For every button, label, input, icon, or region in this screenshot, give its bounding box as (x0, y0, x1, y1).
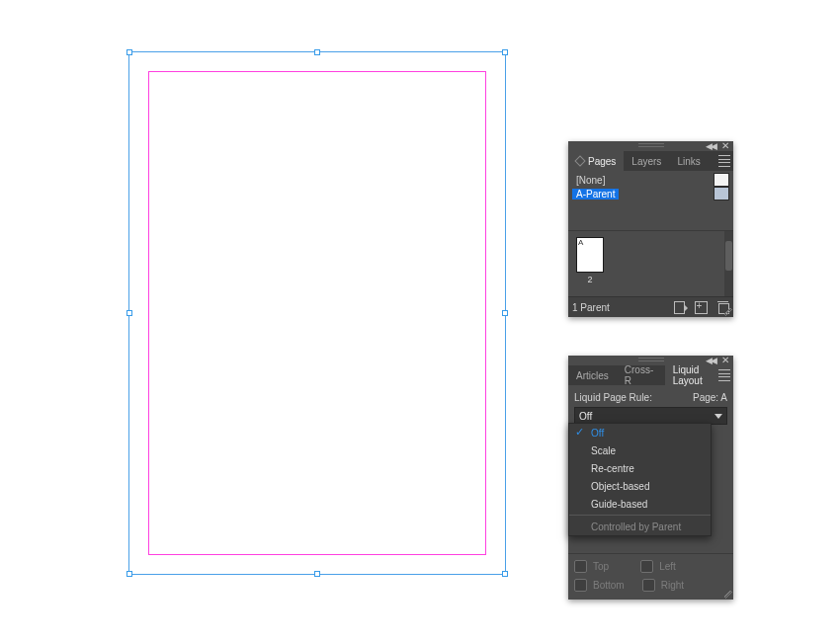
panel-resize-grip-icon[interactable] (724, 591, 732, 599)
liquid-page-label: Page: A (693, 392, 727, 403)
panel-grip-icon (638, 143, 664, 147)
panel-flyout-menu-icon[interactable] (717, 155, 731, 167)
selection-handle-bottom-left[interactable] (126, 571, 132, 577)
option-controlled-label: Controlled by Parent (591, 522, 681, 532)
page-thumb[interactable]: A (576, 237, 604, 273)
option-object-label: Object-based (591, 481, 649, 492)
panel-resize-grip-icon[interactable] (724, 308, 732, 316)
dropdown-option-scale[interactable]: Scale (569, 441, 711, 459)
panel-titlebar[interactable]: ◀◀ ✕ (568, 141, 733, 151)
liquid-rule-select-value: Off (579, 411, 592, 422)
pages-scrollbar[interactable] (724, 231, 733, 296)
selection-bounding-box[interactable] (128, 51, 506, 575)
liquid-tabbar: Articles Cross-R Liquid Layout (568, 365, 733, 385)
tab-links[interactable]: Links (669, 151, 708, 171)
parent-item-a-parent[interactable]: A-Parent (572, 187, 729, 201)
close-panel-icon[interactable]: ✕ (721, 140, 729, 151)
pages-footer-status: 1 Parent (572, 302, 610, 313)
pages-panel: ◀◀ ✕ Pages Layers Links [None] A-Parent … (568, 141, 733, 317)
option-recentre-label: Re-centre (591, 463, 634, 474)
parent-pages-list[interactable]: [None] A-Parent (568, 171, 733, 230)
pin-top-checkbox (574, 560, 587, 573)
pin-bottom: Bottom (574, 579, 625, 592)
page-number-label: 2 (576, 275, 604, 284)
selection-handle-top-right[interactable] (502, 49, 508, 55)
parent-a-label: A-Parent (572, 189, 619, 200)
tab-layers[interactable]: Layers (624, 151, 669, 171)
pin-right-label: Right (661, 580, 684, 591)
liquid-rule-label: Liquid Page Rule: (574, 392, 652, 403)
selection-handle-left[interactable] (126, 310, 132, 316)
pin-left-label: Left (659, 561, 676, 572)
dropdown-option-off[interactable]: ✓ Off (569, 424, 711, 441)
document-pages-list[interactable]: A 2 (568, 231, 733, 296)
parent-a-thumb (714, 187, 729, 201)
dropdown-option-guide-based[interactable]: Guide-based (569, 495, 711, 513)
parent-none-label: [None] (572, 175, 609, 186)
pages-tabbar: Pages Layers Links (568, 151, 733, 171)
option-off-label: Off (591, 428, 604, 439)
pin-left-checkbox (640, 560, 653, 573)
pin-right: Right (642, 579, 684, 592)
tab-cross-references[interactable]: Cross-R (617, 365, 665, 385)
edit-page-size-button[interactable] (672, 300, 686, 314)
pin-top: Top (574, 560, 609, 573)
new-page-button[interactable] (694, 300, 708, 314)
check-icon: ✓ (575, 426, 584, 439)
panel-flyout-menu-icon[interactable] (717, 369, 731, 381)
pages-panel-footer: 1 Parent (568, 296, 733, 317)
tab-articles-label: Articles (576, 370, 609, 381)
chevron-down-icon (714, 414, 722, 419)
pin-top-label: Top (593, 561, 609, 572)
option-guide-label: Guide-based (591, 499, 647, 510)
liquid-rule-dropdown: ✓ Off Scale Re-centre Object-based Guide… (568, 423, 712, 536)
tab-crossr-label: Cross-R (625, 364, 657, 386)
pin-section: Top Left Bottom Right (568, 553, 733, 600)
pages-tab-icon (574, 155, 585, 166)
pin-right-checkbox (642, 579, 655, 592)
selection-handle-right[interactable] (502, 310, 508, 316)
tab-articles[interactable]: Articles (568, 365, 617, 385)
dropdown-option-object-based[interactable]: Object-based (569, 477, 711, 495)
tab-links-label: Links (677, 156, 700, 167)
tab-pages[interactable]: Pages (568, 151, 624, 171)
dropdown-option-recentre[interactable]: Re-centre (569, 459, 711, 477)
tab-pages-label: Pages (588, 156, 616, 167)
parent-item-none[interactable]: [None] (572, 173, 729, 187)
document-canvas[interactable] (128, 51, 506, 575)
selection-handle-bottom[interactable] (314, 571, 320, 577)
collapse-panel-icon[interactable]: ◀◀ (706, 141, 715, 151)
pin-left: Left (640, 560, 676, 573)
selection-handle-bottom-right[interactable] (502, 571, 508, 577)
dropdown-separator (569, 515, 711, 516)
page-parent-indicator: A (578, 238, 583, 247)
option-scale-label: Scale (591, 445, 616, 456)
page-thumb-2[interactable]: A 2 (576, 237, 604, 284)
dropdown-option-controlled-by-parent: Controlled by Parent (569, 518, 711, 535)
selection-handle-top-left[interactable] (126, 49, 132, 55)
pin-bottom-checkbox (574, 579, 587, 592)
parent-none-thumb (714, 173, 729, 187)
tab-layers-label: Layers (631, 156, 661, 167)
panel-grip-icon (638, 358, 664, 361)
selection-handle-top[interactable] (314, 49, 320, 55)
liquid-layout-panel: ◀◀ ✕ Articles Cross-R Liquid Layout Liqu… (568, 356, 733, 600)
pages-scrollbar-thumb[interactable] (725, 241, 732, 271)
pin-bottom-label: Bottom (593, 580, 625, 591)
